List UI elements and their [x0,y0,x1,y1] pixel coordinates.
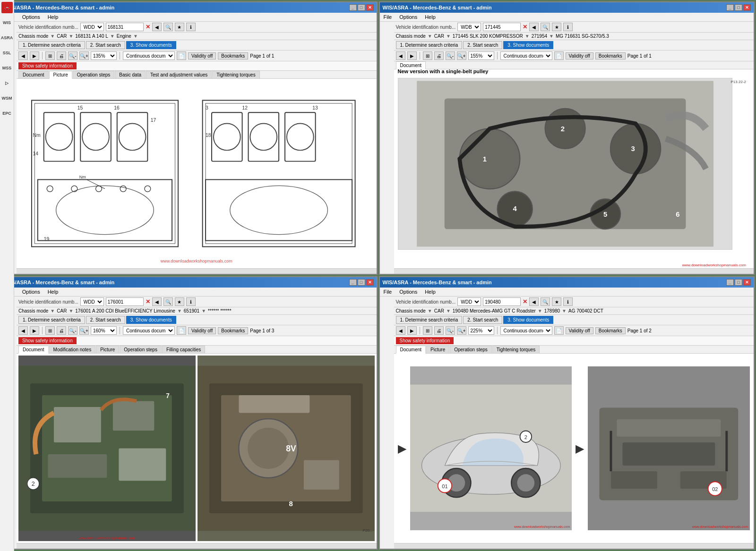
tab-picture-4[interactable]: Picture [426,346,449,353]
vin-clear-4[interactable]: ✕ [523,298,527,305]
menu-options-1[interactable]: Options [20,14,42,20]
nav-zoom-in-1[interactable]: 🔍+ [79,51,89,60]
vin-input-4[interactable] [483,297,521,306]
nav-doc-3[interactable]: 📄 [177,326,186,335]
zoom-select-4[interactable]: 225% [468,326,494,335]
restore-btn-4[interactable]: □ [735,279,742,286]
nav-print-3[interactable]: 🖨 [57,326,66,335]
tab-document-1[interactable]: Document [18,71,49,78]
nav-fwd-1[interactable]: ▶ [30,51,39,60]
nav-doc-2[interactable]: 📄 [554,51,564,60]
vin-clear-3[interactable]: ✕ [146,298,150,305]
close-btn-4[interactable]: ✕ [743,279,751,286]
vin-prefix-3[interactable]: WDD [80,297,104,306]
scrollbar-h-2[interactable] [394,268,754,274]
close-btn-1[interactable]: ✕ [366,4,374,11]
nav-home-3[interactable]: ⊞ [45,326,55,335]
scrollbar-h-3[interactable] [17,543,377,549]
menu-help-1[interactable]: Help [46,14,60,20]
vin-fav-1[interactable]: ★ [175,23,184,31]
nav-zoom-out-1[interactable]: 🔍- [68,51,77,60]
tab-ops-4[interactable]: Operation steps [450,346,492,353]
continuous-doc-3[interactable]: Continuous document [123,326,175,335]
minimize-btn-1[interactable]: _ [349,4,357,11]
tab-filling-3[interactable]: Filling capacities [162,346,205,353]
vin-nav-4[interactable]: ◀ [529,297,539,306]
continuous-doc-2[interactable]: Continuous document [500,51,552,60]
validity-btn-1[interactable]: Validity off [188,52,216,59]
nav-print-2[interactable]: 🖨 [434,51,444,60]
vin-clear-2[interactable]: ✕ [523,24,527,30]
nav-back-2[interactable]: ◀ [396,51,405,60]
tab-picture-3[interactable]: Picture [96,346,119,353]
nav-fwd-2[interactable]: ▶ [407,51,417,60]
nav-doc-1[interactable]: 📄 [177,51,186,60]
vin-prefix-2[interactable]: WDB [457,23,481,31]
step1-btn-1[interactable]: 1. Determine search criteria [18,41,85,49]
vin-nav-2[interactable]: ◀ [529,23,539,31]
minimize-btn-3[interactable]: _ [349,279,357,286]
step3-btn-1[interactable]: 3. Show documents [126,41,176,49]
vin-icon-3[interactable]: 🔍 [163,297,173,306]
nav-home-1[interactable]: ⊞ [45,51,55,60]
close-btn-2[interactable]: ✕ [743,4,751,11]
bookmarks-btn-2[interactable]: Bookmarks [595,52,626,59]
vin-info-1[interactable]: ℹ [186,23,196,31]
continuous-doc-1[interactable]: Continuous document [123,51,175,60]
vin-icon-4[interactable]: 🔍 [541,297,550,306]
nav-fwd-3[interactable]: ▶ [30,326,39,335]
menu-help-2[interactable]: Help [423,14,438,20]
nav-print-4[interactable]: 🖨 [434,326,444,335]
nav-zoom-in-3[interactable]: 🔍+ [79,326,89,335]
restore-btn-3[interactable]: □ [358,279,365,286]
nav-print-1[interactable]: 🖨 [57,51,66,60]
vin-input-2[interactable] [483,23,521,31]
scrollbar-h-4[interactable] [394,543,754,549]
safety-btn-3[interactable]: Show safety information [18,337,77,344]
tab-ops-3[interactable]: Operation steps [120,346,162,353]
zoom-select-2[interactable]: 155% [468,51,494,60]
menu-file-4[interactable]: File [382,288,394,295]
tab-ops-1[interactable]: Operation steps [73,71,115,78]
step3-btn-4[interactable]: 3. Show documents [503,316,553,324]
nav-back-3[interactable]: ◀ [18,326,28,335]
scrollbar-h-1[interactable] [17,268,377,274]
bookmarks-btn-4[interactable]: Bookmarks [595,327,626,334]
restore-btn-2[interactable]: □ [735,4,742,11]
zoom-select-1[interactable]: 135% [91,51,117,60]
menu-options-3[interactable]: Options [20,288,42,295]
vin-info-4[interactable]: ℹ [563,297,573,306]
continuous-doc-4[interactable]: Continuous document [500,326,552,335]
step1-btn-2[interactable]: 1. Determine search criteria [396,41,463,49]
nav-home-2[interactable]: ⊞ [423,51,432,60]
minimize-btn-4[interactable]: _ [726,279,734,286]
vin-nav-1[interactable]: ◀ [152,23,162,31]
step2-btn-3[interactable]: 2. Start search [86,316,125,324]
tab-torques-1[interactable]: Tightening torques [212,71,259,78]
tab-picture-1[interactable]: Picture [49,71,72,79]
step2-btn-1[interactable]: 2. Start search [86,41,125,49]
step1-btn-4[interactable]: 1. Determine search criteria [396,316,463,324]
nav-zoom-in-4[interactable]: 🔍+ [457,326,466,335]
tab-document-2[interactable]: Document [396,61,426,69]
menu-file-2[interactable]: File [382,14,394,20]
step1-btn-3[interactable]: 1. Determine search criteria [18,316,85,324]
vin-icon-2[interactable]: 🔍 [541,23,550,31]
step2-btn-4[interactable]: 2. Start search [463,316,502,324]
nav-back-1[interactable]: ◀ [18,51,28,60]
bookmarks-btn-1[interactable]: Bookmarks [218,52,248,59]
validity-btn-3[interactable]: Validity off [188,327,216,334]
vin-nav-3[interactable]: ◀ [152,297,162,306]
nav-zoom-out-2[interactable]: 🔍- [446,51,455,60]
vin-input-3[interactable] [106,297,144,306]
menu-help-3[interactable]: Help [46,288,60,295]
close-btn-3[interactable]: ✕ [366,279,374,286]
nav-zoom-out-4[interactable]: 🔍- [446,326,455,335]
nav-zoom-out-3[interactable]: 🔍- [68,326,77,335]
nav-back-4[interactable]: ◀ [396,326,405,335]
step2-btn-2[interactable]: 2. Start search [463,41,502,49]
step3-btn-2[interactable]: 3. Show documents [503,41,553,49]
tab-test-1[interactable]: Test and adjustment values [146,71,212,78]
nav-fwd-4[interactable]: ▶ [407,326,417,335]
vin-fav-2[interactable]: ★ [552,23,561,31]
